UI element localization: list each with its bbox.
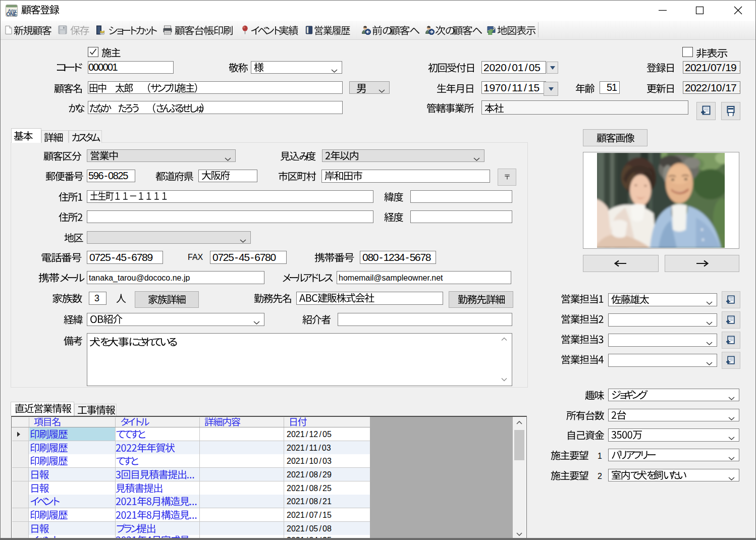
svg-text:ONE: ONE bbox=[6, 11, 17, 17]
